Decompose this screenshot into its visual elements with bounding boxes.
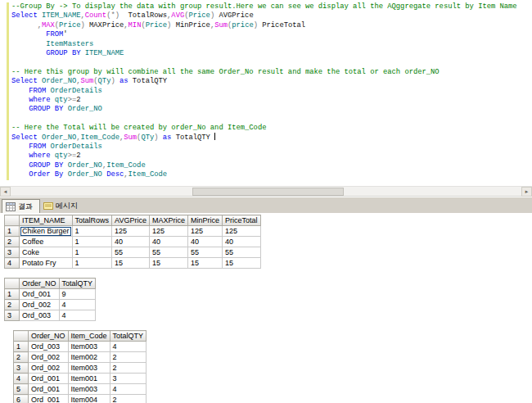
tab-results-label: 결과 (18, 202, 33, 212)
row-number[interactable]: 3 (5, 310, 20, 321)
table-row: 2Ord_0024 (5, 300, 96, 310)
grid-cell[interactable]: 55 (150, 247, 188, 258)
grid-cell[interactable]: 2 (110, 363, 147, 374)
column-header[interactable]: AVGPrice (112, 215, 150, 226)
column-header[interactable]: ITEM_NAME (20, 215, 73, 226)
grid-cell[interactable]: Item002 (68, 352, 110, 363)
grid-cell[interactable]: Potato Fry (20, 258, 73, 269)
scroll-left-arrow-icon[interactable]: ◄ (0, 187, 11, 197)
row-number[interactable]: 1 (14, 342, 29, 352)
code-line: GROUP BY Order_NO,Item_Code (11, 161, 517, 170)
code-line: FROM OrderDetails (11, 143, 517, 152)
grid-cell[interactable]: 125 (150, 226, 188, 237)
grid-cell[interactable]: 15 (112, 258, 150, 269)
row-number[interactable]: 4 (14, 374, 29, 384)
table-row: 2Ord_002Item0022 (14, 352, 147, 363)
grid-cell[interactable]: Ord_001 (29, 374, 69, 384)
column-header[interactable]: Order_NO (20, 278, 60, 289)
column-header[interactable]: TotalRows (72, 215, 112, 226)
grid-corner[interactable] (5, 278, 20, 289)
grid-cell[interactable]: 1 (72, 258, 112, 269)
tab-messages-label: 메시지 (56, 201, 78, 211)
grid-cell[interactable]: 40 (150, 237, 188, 247)
column-header[interactable]: MinPrice (188, 215, 223, 226)
grid-cell[interactable]: Ord_001 (29, 384, 69, 395)
row-number[interactable]: 5 (14, 384, 29, 395)
row-number[interactable]: 3 (5, 247, 20, 258)
grid-cell[interactable]: Ord_002 (29, 352, 69, 363)
code-line (11, 115, 517, 124)
grid-cell[interactable]: 4 (110, 384, 147, 395)
code-line: where qty>=2 (11, 152, 517, 161)
grid-cell[interactable]: 4 (59, 300, 96, 310)
column-header[interactable]: MAXPrice (150, 215, 188, 226)
grid-cell[interactable]: Coke (20, 247, 73, 258)
grid-cell[interactable]: Ord_002 (20, 300, 60, 310)
grid-cell[interactable]: 125 (223, 226, 261, 237)
grid-cell[interactable]: Item003 (68, 342, 110, 352)
grid-cell[interactable]: Item001 (68, 374, 110, 384)
grid-cell[interactable]: Coffee (20, 237, 73, 247)
grid-cell[interactable]: 2 (110, 395, 147, 403)
grid-cell[interactable]: 3 (110, 374, 147, 384)
grid-cell[interactable]: 55 (223, 247, 261, 258)
code-line: Select ITEM_NAME,Count(*) TotalRows,AVG(… (11, 11, 517, 20)
editor-hscrollbar[interactable]: ◄ ► (0, 186, 532, 197)
grid-cell[interactable]: 4 (59, 310, 96, 321)
row-number[interactable]: 2 (5, 237, 20, 247)
column-header[interactable]: Item_Code (68, 331, 110, 342)
grid-cell[interactable]: Ord_003 (29, 342, 69, 352)
grid-cell[interactable]: Ord_002 (29, 363, 69, 374)
grid-cell[interactable]: 15 (188, 258, 223, 269)
grid-cell[interactable]: 125 (188, 226, 223, 237)
row-number[interactable]: 1 (5, 226, 20, 237)
grid-cell[interactable]: Chiken Burger (20, 226, 73, 237)
query-editor[interactable]: --Group By -> To display the data with g… (0, 0, 532, 185)
grid-cell[interactable]: 40 (223, 237, 261, 247)
grid-cell[interactable]: Ord_001 (20, 289, 60, 300)
row-number[interactable]: 3 (14, 363, 29, 374)
scroll-right-arrow-icon[interactable]: ► (521, 187, 532, 197)
grid-cell[interactable]: 15 (223, 258, 261, 269)
code-line: Select Order_NO,Sum(QTy) as TotalQTY (11, 77, 517, 86)
column-header[interactable]: TotalQTY (110, 331, 147, 342)
scrollbar-thumb[interactable] (192, 188, 344, 196)
results-grid-icon (6, 202, 16, 211)
row-number[interactable]: 4 (5, 258, 20, 269)
row-number[interactable]: 2 (14, 352, 29, 363)
grid-corner[interactable] (14, 331, 29, 342)
grid-cell[interactable]: 55 (188, 247, 223, 258)
table-row: 4Potato Fry115151515 (5, 258, 261, 269)
grid-cell[interactable]: Item004 (68, 395, 110, 403)
row-number[interactable]: 2 (5, 300, 20, 310)
grid-cell[interactable]: 1 (72, 237, 112, 247)
grid-cell[interactable]: 1 (72, 247, 112, 258)
code-line: ItemMasters (11, 40, 517, 49)
code-area[interactable]: --Group By -> To display the data with g… (11, 2, 517, 179)
grid-cell[interactable]: 40 (188, 237, 223, 247)
grid-cell[interactable]: 4 (110, 342, 147, 352)
row-number[interactable]: 1 (5, 289, 20, 300)
grid-cell[interactable]: 15 (150, 258, 188, 269)
code-line: GROUP BY ITEM_NAME (11, 49, 517, 58)
column-header[interactable]: TotalQTY (59, 278, 96, 289)
code-line: GROUP BY Order_NO (11, 105, 517, 114)
code-line: --Group By -> To display the data with g… (11, 2, 517, 11)
grid-cell[interactable]: 2 (110, 352, 147, 363)
grid-cell[interactable]: Item003 (68, 384, 110, 395)
grid-cell[interactable]: Ord_001 (29, 395, 69, 403)
column-header[interactable]: PriceTotal (223, 215, 261, 226)
grid-corner[interactable] (5, 215, 20, 226)
grid-cell[interactable]: 125 (112, 226, 150, 237)
grid-cell[interactable]: Item003 (68, 363, 110, 374)
grid-cell[interactable]: 9 (59, 289, 96, 300)
code-line: FROM' (11, 30, 517, 39)
row-number[interactable]: 6 (14, 395, 29, 403)
grid-cell[interactable]: 55 (112, 247, 150, 258)
column-header[interactable]: Order_NO (29, 331, 69, 342)
grid-cell[interactable]: 40 (112, 237, 150, 247)
grid-cell[interactable]: Ord_003 (20, 310, 60, 321)
tab-results[interactable]: 결과 (2, 199, 40, 213)
tab-messages[interactable]: 메시지 (40, 199, 84, 213)
grid-cell[interactable]: 1 (72, 226, 112, 237)
